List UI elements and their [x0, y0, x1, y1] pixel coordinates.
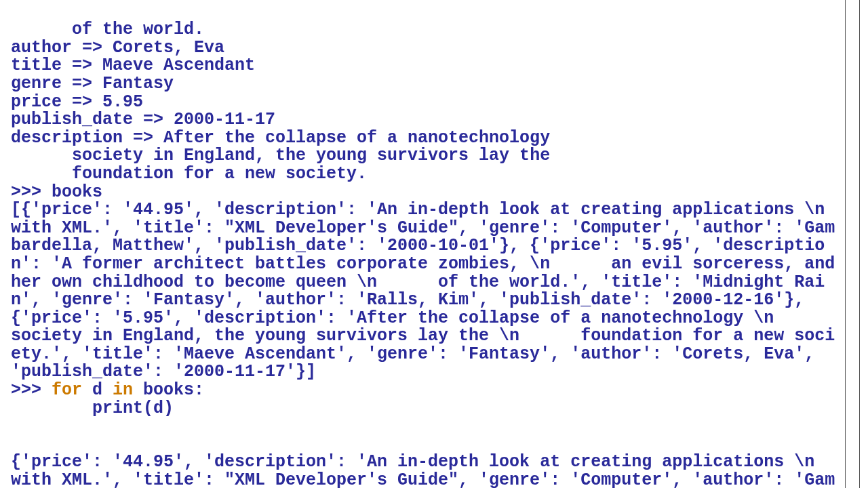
output-dict: {'price': '44.95', 'description': 'An in…: [11, 452, 846, 488]
repl-prompt: >>>: [11, 182, 52, 202]
output-line: society in England, the young survivors …: [11, 146, 560, 165]
output-line: title => Maeve Ascendant: [11, 56, 255, 75]
output-line: of the world.: [11, 20, 204, 39]
python-repl-window: of the world. author => Corets, Eva titl…: [0, 0, 868, 488]
repl-prompt: >>>: [11, 380, 52, 400]
code-text: d: [82, 380, 113, 400]
indent: [11, 399, 92, 418]
code-text: books:: [133, 380, 204, 400]
output-line: description => After the collapse of a n…: [11, 128, 560, 148]
output-line: price => 5.95: [11, 92, 143, 112]
output-line: publish_date => 2000-11-17: [11, 110, 275, 129]
repl-input-expr: books: [52, 182, 102, 202]
keyword-in: in: [113, 380, 133, 400]
output-line: author => Corets, Eva: [11, 38, 224, 58]
output-books-repr: [{'price': '44.95', 'description': 'An i…: [11, 200, 846, 382]
output-line: foundation for a new society.: [11, 164, 367, 184]
code-text: print(d): [92, 399, 174, 418]
repl-output-area[interactable]: of the world. author => Corets, Eva titl…: [0, 0, 846, 488]
keyword-for: for: [52, 380, 82, 400]
vertical-scrollbar[interactable]: [845, 0, 860, 488]
output-line: genre => Fantasy: [11, 74, 174, 94]
